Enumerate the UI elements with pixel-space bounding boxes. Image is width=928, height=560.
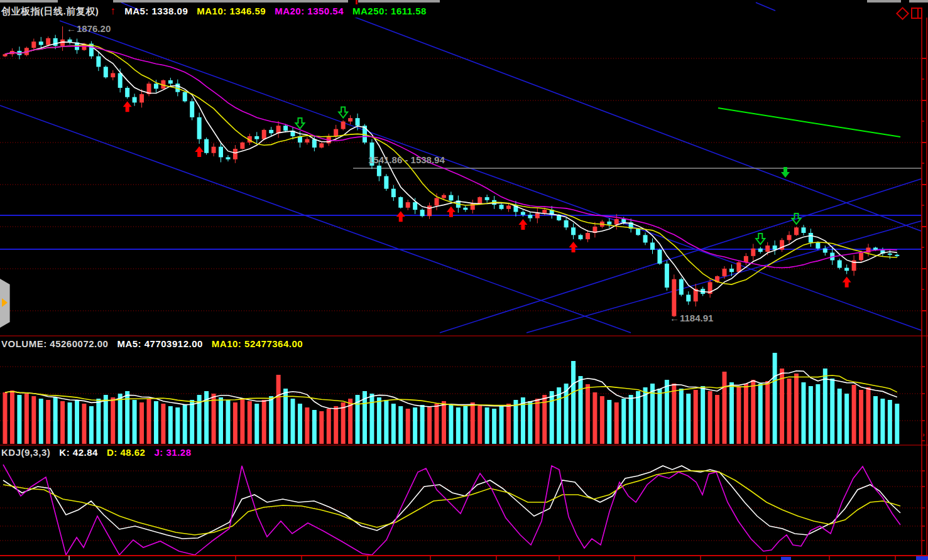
scrollbar-thumb[interactable] [916, 556, 928, 560]
window-top-strip-segment [909, 0, 928, 3]
window-top-strip-segment [0, 0, 58, 3]
volume-ma10-readout: MA10: 52477364.00 [212, 338, 303, 349]
top-strip-red-tick [356, 0, 358, 4]
ma250-readout: MA250: 1611.58 [352, 6, 427, 16]
volume-ma-lines [5, 375, 897, 406]
left-arrow-icon: ← [670, 313, 679, 323]
ma250-line [718, 108, 900, 137]
trend-up-icon: ↑ [110, 5, 116, 17]
window-top-strip-segment [113, 0, 348, 3]
window-top-strip-segment [358, 0, 440, 3]
axis-scroll-icon[interactable]: › [922, 431, 925, 438]
volume-ma5-readout: MA5: 47703912.00 [117, 338, 202, 349]
expand-left-panel-handle[interactable] [0, 279, 10, 328]
volume-readout: VOLUME: 45260072.00 [1, 338, 108, 349]
volume-ma-lines [5, 371, 897, 409]
kdj-gridlines [0, 471, 921, 541]
signal-arrows [123, 101, 851, 287]
kdj-lines [3, 465, 900, 555]
stock-chart-window: 创业板指(日线.前复权)↑MA5: 1338.09MA10: 1346.59MA… [0, 0, 928, 560]
high-price-label: ←1876.20 [67, 23, 111, 34]
split-panes-icon[interactable] [911, 8, 922, 19]
split-panes-icon-divider [917, 9, 919, 18]
expand-arrow-icon [2, 298, 8, 307]
chart-canvas [0, 0, 928, 560]
ma-lines [5, 42, 897, 293]
volume-panel-header: VOLUME: 45260072.00MA5: 47703912.00MA10:… [1, 338, 312, 349]
axes [0, 18, 928, 560]
ma10-readout: MA10: 1346.59 [197, 6, 266, 16]
main-chart-header: 创业板指(日线.前复权)↑MA5: 1338.09MA10: 1346.59MA… [1, 5, 435, 18]
kdj-panel-header: KDJ(9,3,3)K: 42.84D: 48.62J: 31.28 [1, 447, 200, 458]
left-arrow-icon: ← [67, 23, 76, 34]
gap-price-label: 1541.86 - 1538.94 [368, 154, 445, 165]
kdj-j-readout: J: 31.28 [154, 447, 191, 458]
scrollbar-thumb[interactable] [781, 557, 791, 560]
main-gridlines [0, 58, 921, 311]
kdj-k-readout: K: 42.84 [59, 447, 98, 458]
ma20-readout: MA20: 1350.54 [275, 6, 344, 16]
ma5-readout: MA5: 1338.09 [124, 6, 188, 16]
window-top-strip-segment [867, 0, 901, 3]
kdj-d-readout: D: 48.62 [107, 447, 146, 458]
kdj-name: KDJ(9,3,3) [1, 447, 50, 458]
low-price-label: ←1184.91 [670, 313, 713, 323]
instrument-title: 创业板指(日线.前复权) [1, 6, 99, 16]
